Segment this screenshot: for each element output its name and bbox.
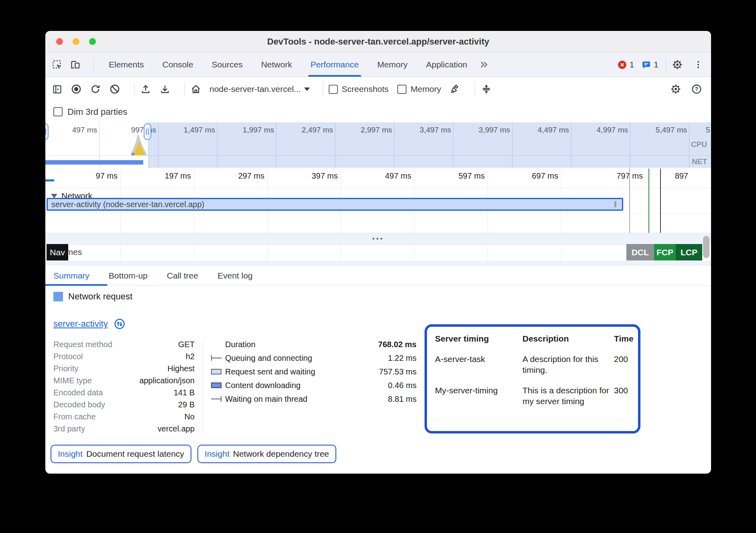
- help-icon[interactable]: ?: [691, 83, 702, 95]
- garbage-collect-icon[interactable]: [450, 83, 461, 95]
- reload-record-icon[interactable]: [90, 83, 101, 95]
- dim-row: Dim 3rd parties: [45, 101, 711, 122]
- tab-summary[interactable]: Summary: [53, 271, 89, 281]
- overview-network-bar: [45, 160, 143, 165]
- divider: [475, 82, 475, 96]
- overflow-dots: •••: [372, 235, 384, 243]
- insight-document-request-latency-button[interactable]: InsightDocument request latency: [51, 445, 191, 463]
- screenshots-label: Screenshots: [342, 84, 389, 94]
- left-whisker-icon: [211, 355, 222, 361]
- issues-message-icon[interactable]: [641, 60, 651, 70]
- overview-tick: 1,497 ms: [167, 126, 215, 134]
- server-timing-name: My-server-timing: [435, 385, 522, 407]
- error-count: 1: [630, 60, 634, 69]
- tab-memory[interactable]: Memory: [377, 53, 408, 77]
- detail-tick: 497 ms: [363, 171, 411, 181]
- insight-chips: InsightDocument request latency InsightN…: [51, 445, 336, 463]
- record-icon[interactable]: [71, 83, 82, 95]
- tab-console[interactable]: Console: [163, 53, 193, 77]
- request-bar-selected[interactable]: server-activity (node-server-tan.vercel.…: [47, 198, 623, 211]
- screenshots-checkbox[interactable]: [329, 85, 338, 94]
- ruler-divider: [45, 188, 711, 188]
- timing-row: Content downloading0.46 ms: [211, 381, 417, 394]
- server-timing-description: This is a description for my server timi…: [522, 385, 614, 407]
- tab-event-log[interactable]: Event log: [217, 271, 253, 281]
- dock-panel-icon[interactable]: [52, 84, 63, 95]
- target-selector[interactable]: node-server-tan.vercel...: [209, 84, 301, 94]
- device-toolbar-icon[interactable]: [70, 59, 81, 70]
- overview-tick: 2,997 ms: [344, 126, 392, 134]
- selection-right-handle[interactable]: [144, 123, 151, 140]
- event-legend: Network request: [53, 291, 132, 302]
- overview-tick: 1,997 ms: [226, 126, 274, 134]
- tab-elements[interactable]: Elements: [109, 53, 144, 77]
- waiting-bar-icon: [211, 369, 222, 374]
- server-timing-table: Server timing Description Time A-server-…: [425, 324, 640, 433]
- home-icon[interactable]: [190, 83, 201, 95]
- divider: [93, 58, 94, 71]
- tab-sources[interactable]: Sources: [212, 53, 243, 77]
- insight-network-dependency-tree-button[interactable]: InsightNetwork dependency tree: [197, 445, 336, 463]
- dropdown-caret-icon[interactable]: [304, 87, 310, 91]
- dim-3rd-parties-checkbox[interactable]: [53, 107, 63, 116]
- dcl-badge[interactable]: DCL: [626, 244, 654, 260]
- overview-tick: 4,997 ms: [580, 126, 628, 134]
- cpu-net-divider: [45, 155, 711, 156]
- detail-row: Encoded data141 B: [53, 388, 195, 400]
- settings-gear-icon[interactable]: [672, 59, 683, 70]
- overview-tick: 5,497 ms: [639, 126, 687, 134]
- timeline-detail[interactable]: 97 ms 197 ms 297 ms 397 ms 497 ms 597 ms…: [45, 169, 711, 261]
- net-track-label: NET: [692, 157, 707, 166]
- tab-network[interactable]: Network: [261, 53, 292, 77]
- network-request-swatch: [53, 292, 63, 301]
- tab-call-tree[interactable]: Call tree: [167, 271, 198, 281]
- devtools-window: DevTools - node-server-tan.vercel.app/se…: [45, 31, 711, 474]
- divider: [666, 58, 666, 71]
- error-icon[interactable]: [617, 60, 627, 70]
- detail-tick-797: 797 ms: [595, 171, 643, 181]
- detail-tick-897: 897: [640, 171, 688, 181]
- panel-tabstrip: Summary Bottom-up Call tree Event log: [45, 266, 711, 286]
- overview-tick: 5: [706, 126, 711, 134]
- overview-tick: 3,997 ms: [462, 126, 510, 134]
- selection-left-handle[interactable]: [45, 123, 49, 140]
- cpu-track-label: CPU: [691, 140, 707, 149]
- reveal-in-network-icon[interactable]: [114, 318, 126, 330]
- fcp-badge[interactable]: FCP: [654, 244, 676, 260]
- right-whisker-icon: [211, 396, 222, 402]
- clear-icon[interactable]: [109, 83, 120, 95]
- shrink-flamechart-icon[interactable]: [481, 83, 492, 95]
- tab-application[interactable]: Application: [426, 53, 467, 77]
- divider: [184, 82, 185, 96]
- overview-tick: 2,497 ms: [285, 126, 333, 134]
- server-timing-header: Server timing: [435, 333, 522, 344]
- tab-bottom-up[interactable]: Bottom-up: [109, 271, 148, 281]
- collapse-triangle-icon: [51, 194, 57, 198]
- memory-checkbox[interactable]: [397, 85, 406, 94]
- download-profile-icon[interactable]: [159, 83, 171, 95]
- kebab-menu-icon[interactable]: [693, 59, 703, 70]
- vertical-scrollbar-thumb[interactable]: [703, 236, 709, 258]
- detail-row: Protocolh2: [53, 352, 195, 364]
- detail-tick: 297 ms: [216, 171, 264, 181]
- request-url-link[interactable]: server-activity: [53, 319, 108, 329]
- tab-performance[interactable]: Performance: [311, 53, 359, 77]
- panel-divider-strip: [45, 261, 711, 266]
- description-header: Description: [522, 333, 614, 344]
- window-title: DevTools - node-server-tan.vercel.app/se…: [45, 37, 711, 47]
- divider: [134, 82, 134, 96]
- window-indicator: [45, 179, 54, 181]
- upload-profile-icon[interactable]: [140, 83, 151, 95]
- lcp-badge[interactable]: LCP: [676, 244, 702, 260]
- track-overflow-strip[interactable]: •••: [45, 233, 711, 245]
- timeline-overview[interactable]: 497 ms 997 ms 1,497 ms 1,997 ms 2,497 ms…: [45, 122, 711, 168]
- more-tabs-icon[interactable]: [479, 59, 489, 70]
- detail-gridlines: [119, 169, 563, 261]
- detail-row: MIME typeapplication/json: [53, 376, 195, 388]
- time-header: Time: [614, 333, 636, 344]
- inspect-element-icon[interactable]: [52, 59, 63, 70]
- panel-settings-gear-icon[interactable]: [670, 83, 681, 95]
- divider: [323, 82, 323, 96]
- timing-row: Request sent and waiting757.53 ms: [211, 367, 417, 380]
- timing-row-duration: Duration768.02 ms: [211, 340, 417, 353]
